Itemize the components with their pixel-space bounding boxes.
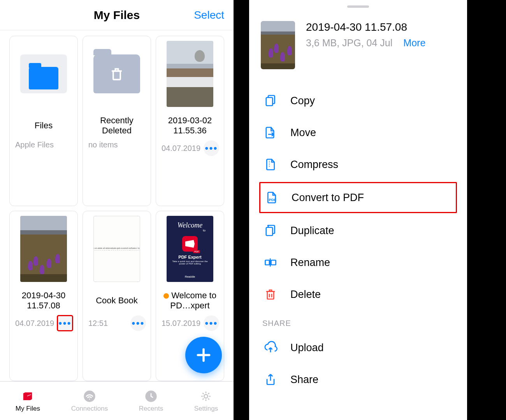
- card-meta: 15.07.2019: [162, 319, 200, 328]
- file-subtitle: 3,6 MB, JPG, 04 Jul: [306, 37, 392, 49]
- duplicate-icon: [262, 222, 279, 239]
- file-thumbnail: [261, 21, 295, 69]
- action-label: Move: [290, 127, 454, 139]
- move-icon: [262, 124, 279, 141]
- share-section-label: SHARE: [249, 310, 467, 332]
- my-files-icon: [21, 389, 35, 403]
- tab-bar: My Files Connections Recents Settings: [0, 381, 234, 420]
- svg-rect-0: [113, 71, 120, 80]
- action-label: Compress: [290, 159, 454, 171]
- copy-icon: [262, 93, 279, 109]
- file-cook-book[interactable]: Lorem ipsum dolor sitamet consectetur ad…: [83, 211, 151, 381]
- action-move[interactable]: Move: [249, 117, 467, 149]
- pdf-thumb: Welcome to PDF PDF Expert Take a quick t…: [167, 216, 213, 282]
- more-actions-button[interactable]: •••: [204, 315, 219, 331]
- tab-label: Settings: [194, 405, 218, 413]
- action-label: Delete: [290, 289, 454, 301]
- pdf-icon: PDF: [264, 189, 280, 206]
- action-share[interactable]: Share: [249, 364, 467, 396]
- card-title: Recently Deleted: [83, 115, 151, 136]
- action-copy[interactable]: Copy: [249, 85, 467, 117]
- action-label: Copy: [290, 95, 454, 107]
- action-upload[interactable]: Upload: [249, 332, 467, 364]
- action-label: Rename: [290, 257, 454, 269]
- action-delete[interactable]: Delete: [249, 278, 467, 310]
- trash-icon: [262, 286, 279, 303]
- svg-rect-5: [266, 98, 273, 106]
- tab-connections[interactable]: Connections: [71, 389, 108, 413]
- sheet-grabber[interactable]: [347, 5, 369, 8]
- svg-rect-10: [271, 260, 276, 265]
- unread-dot-icon: [163, 293, 169, 299]
- card-meta: 12:51: [88, 319, 108, 328]
- action-label: Duplicate: [290, 225, 454, 237]
- card-title: Cook Book: [93, 290, 141, 312]
- pdf-thumb-title: PDF Expert: [178, 255, 201, 259]
- svg-rect-9: [265, 260, 270, 265]
- action-compress[interactable]: Compress: [249, 149, 467, 180]
- tab-label: My Files: [16, 405, 40, 413]
- tab-label: Connections: [71, 405, 108, 413]
- file-balloon-image[interactable]: 2019-03-02 11.55.36 04.07.2019 •••: [156, 36, 224, 206]
- svg-rect-11: [267, 292, 274, 299]
- compress-icon: [262, 156, 279, 173]
- plus-icon: [195, 346, 212, 364]
- gear-icon: [199, 389, 213, 403]
- pdf-thumb-brand: Readdle: [185, 275, 195, 278]
- file-crocus-image[interactable]: 2019-04-30 11.57.08 04.07.2019 •••: [9, 211, 78, 381]
- tab-my-files[interactable]: My Files: [16, 389, 40, 413]
- file-grid: Files Apple Files Recently Deleted no it…: [0, 30, 234, 381]
- card-title: 2019-04-30 11.57.08: [10, 290, 77, 312]
- wifi-icon: [83, 389, 97, 403]
- card-title: Welcome to PD…xpert: [156, 290, 224, 312]
- card-title: 2019-03-02 11.55.36: [156, 115, 224, 136]
- card-meta: 04.07.2019: [162, 144, 200, 153]
- more-actions-button[interactable]: •••: [204, 140, 219, 156]
- trash-folder-icon: [93, 41, 140, 107]
- upload-icon: [262, 340, 279, 356]
- action-label: Share: [290, 374, 454, 386]
- folder-icon: [20, 41, 67, 107]
- folder-files[interactable]: Files Apple Files: [9, 36, 78, 206]
- svg-rect-8: [266, 228, 273, 236]
- page-title: My Files: [94, 9, 140, 22]
- pdf-thumb-sub: Take a quick tour and discover the power…: [169, 260, 211, 265]
- action-duplicate[interactable]: Duplicate: [249, 215, 467, 247]
- tab-settings[interactable]: Settings: [194, 389, 218, 413]
- card-meta: 04.07.2019: [15, 319, 54, 328]
- my-files-screen: My Files Select Files Apple Files: [0, 0, 234, 420]
- more-actions-button[interactable]: •••: [130, 315, 146, 331]
- select-button[interactable]: Select: [194, 9, 224, 21]
- action-label: Upload: [290, 342, 454, 354]
- svg-point-3: [204, 394, 208, 398]
- clock-icon: [144, 389, 158, 403]
- file-actions-sheet: 2019-04-30 11.57.08 3,6 MB, JPG, 04 Jul …: [249, 0, 467, 420]
- card-title: Files: [32, 115, 56, 136]
- action-convert-to-pdf[interactable]: PDF Convert to PDF: [259, 182, 457, 213]
- share-icon: [262, 371, 279, 388]
- svg-text:PDF: PDF: [269, 198, 277, 202]
- more-info-button[interactable]: More: [403, 37, 425, 49]
- pdf-expert-icon: PDF: [182, 236, 198, 252]
- image-thumb: [20, 216, 67, 282]
- file-detail-header: 2019-04-30 11.57.08 3,6 MB, JPG, 04 Jul …: [249, 15, 467, 81]
- action-list: Copy Move Compress PDF Convert to PDF Du…: [249, 81, 467, 399]
- more-actions-button[interactable]: •••: [57, 315, 73, 331]
- rename-icon: [262, 254, 279, 271]
- pdf-thumb-to: to: [203, 229, 206, 232]
- svg-point-1: [84, 390, 95, 402]
- notes-thumb: Lorem ipsum dolor sitamet consectetur ad…: [93, 216, 140, 282]
- file-title: 2019-04-30 11.57.08: [306, 21, 455, 33]
- image-thumb: [167, 41, 213, 107]
- card-meta: no items: [88, 140, 118, 149]
- tab-label: Recents: [139, 405, 163, 413]
- pdf-thumb-welcome: Welcome: [177, 221, 202, 229]
- tab-recents[interactable]: Recents: [139, 389, 163, 413]
- folder-recently-deleted[interactable]: Recently Deleted no items: [83, 36, 151, 206]
- action-label: Convert to PDF: [292, 192, 453, 204]
- header: My Files Select: [0, 0, 234, 30]
- card-meta: Apple Files: [15, 140, 54, 149]
- action-rename[interactable]: Rename: [249, 247, 467, 278]
- add-button[interactable]: [185, 337, 222, 373]
